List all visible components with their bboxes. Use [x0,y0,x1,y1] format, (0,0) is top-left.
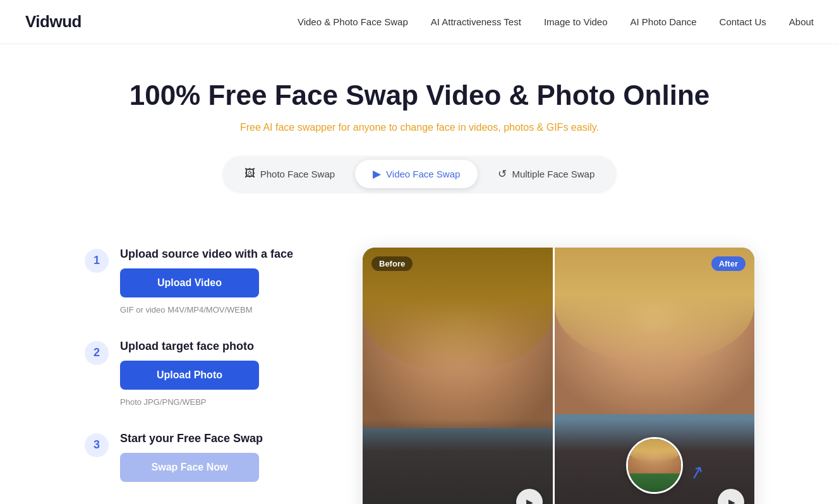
before-label: Before [371,256,413,271]
step-2: 2 Upload target face photo Upload Photo … [85,340,312,407]
photo-tab-icon: 🖼 [244,167,255,180]
step-2-title: Upload target face photo [120,340,259,353]
multiple-tab-icon: ↺ [498,167,507,181]
step-1-content: Upload source video with a face Upload V… [120,248,293,315]
after-label: After [711,256,745,271]
preview-before: Before [363,248,553,504]
hero-subtitle: Free AI face swapper for anyone to chang… [13,122,826,133]
step-3-number: 3 [85,433,109,457]
step-3-title: Start your Free Face Swap [120,432,263,445]
step-2-number: 2 [85,341,109,365]
nav-link-photo-dance[interactable]: AI Photo Dance [631,16,697,27]
step-1: 1 Upload source video with a face Upload… [85,248,312,315]
hero-section: 100% Free Face Swap Video & Photo Online… [0,44,839,248]
tab-video-label: Video Face Swap [386,169,460,179]
step-1-hint: GIF or video M4V/MP4/MOV/WEBM [120,305,293,315]
tab-photo-label: Photo Face Swap [260,169,335,179]
steps-panel: 1 Upload source video with a face Upload… [85,248,312,482]
step-1-title: Upload source video with a face [120,248,293,261]
upload-video-button[interactable]: Upload Video [120,268,259,297]
step-3-content: Start your Free Face Swap Swap Face Now [120,432,263,482]
main-content: 1 Upload source video with a face Upload… [40,248,799,504]
face-source-circle [626,437,683,494]
tab-multiple-label: Multiple Face Swap [512,169,595,179]
hero-title: 100% Free Face Swap Video & Photo Online [13,80,826,112]
nav-link-video-photo[interactable]: Video & Photo Face Swap [298,16,408,27]
nav-link-attractiveness[interactable]: AI Attractiveness Test [431,16,521,27]
nav-link-contact[interactable]: Contact Us [720,16,766,27]
upload-photo-button[interactable]: Upload Photo [120,361,259,390]
tab-photo[interactable]: 🖼 Photo Face Swap [227,160,353,188]
video-tab-icon: ▶ [373,167,381,181]
tab-video[interactable]: ▶ Video Face Swap [355,160,478,188]
before-face-image [363,248,553,504]
divider [553,248,555,504]
tab-multiple[interactable]: ↺ Multiple Face Swap [480,160,612,188]
face-circle-image [628,439,681,492]
tabs-wrapper: 🖼 Photo Face Swap ▶ Video Face Swap ↺ Mu… [13,156,826,192]
step-2-hint: Photo JPG/PNG/WEBP [120,397,259,407]
step-1-number: 1 [85,249,109,273]
nav-links: Video & Photo Face Swap AI Attractivenes… [298,16,814,27]
nav-link-about[interactable]: About [789,16,814,27]
preview-container: Before After ↗ [363,248,754,504]
nav-link-image-video[interactable]: Image to Video [544,16,608,27]
swap-face-button[interactable]: Swap Face Now [120,453,259,482]
step-2-content: Upload target face photo Upload Photo Ph… [120,340,259,407]
preview-after: After ↗ [555,248,754,504]
preview-area: Before After ↗ [363,248,754,504]
navbar: Vidwud Video & Photo Face Swap AI Attrac… [0,0,839,44]
logo[interactable]: Vidwud [25,12,81,32]
step-3: 3 Start your Free Face Swap Swap Face No… [85,432,312,482]
tab-group: 🖼 Photo Face Swap ▶ Video Face Swap ↺ Mu… [223,156,617,192]
